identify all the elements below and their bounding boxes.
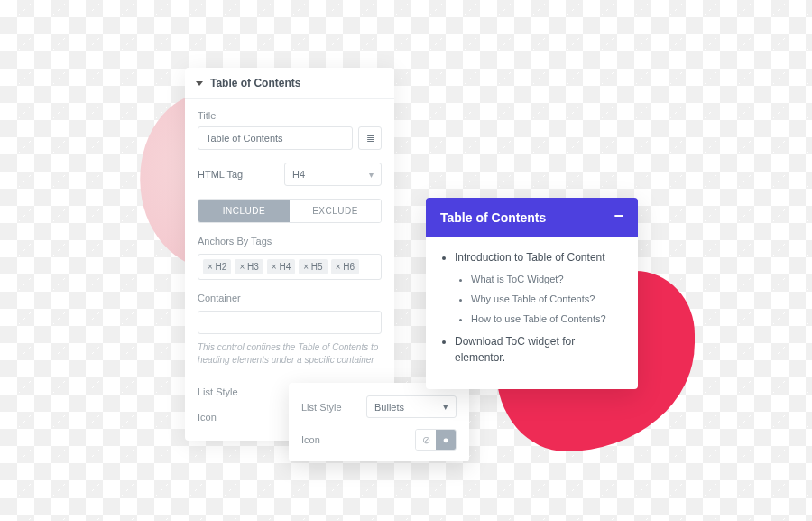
toc-item-sub3[interactable]: How to use Table of Contents? [471, 312, 622, 327]
toc-item-sub1[interactable]: What is ToC Widget? [471, 273, 622, 287]
chip-h4[interactable]: × H4 [267, 259, 295, 274]
container-hint: This control confines the Table of Conte… [198, 341, 382, 367]
include-exclude-tabs: INCLUDE EXCLUDE [198, 199, 382, 223]
chip-h2[interactable]: × H2 [203, 259, 231, 274]
popover-icon-toggle: ⊘ ● [415, 429, 457, 451]
preview-header[interactable]: Table of Contents − [426, 198, 638, 237]
panel-header[interactable]: Table of Contents [185, 68, 394, 99]
toc-item-sub2[interactable]: Why use Table of Contents? [471, 293, 622, 307]
html-tag-select[interactable]: H4 ▾ [284, 163, 382, 186]
icon-bullet-button[interactable]: ● [436, 430, 456, 450]
popover-list-style-select[interactable]: Bullets ▾ [366, 395, 457, 418]
title-label: Title [198, 110, 382, 121]
toc-preview-widget: Table of Contents − Introduction to Tabl… [426, 198, 638, 389]
anchors-chip-input[interactable]: × H2 × H3 × H4 × H5 × H6 [198, 254, 382, 280]
list-style-popover: List Style Bullets ▾ Icon ⊘ ● [289, 383, 469, 461]
preview-title: Table of Contents [440, 210, 546, 225]
dynamic-tags-button[interactable]: ≣ [358, 126, 382, 150]
caret-down-icon [196, 81, 203, 86]
anchors-label: Anchors By Tags [198, 236, 382, 247]
ban-icon: ⊘ [422, 434, 430, 446]
html-tag-value: H4 [292, 169, 305, 180]
chevron-down-icon: ▾ [369, 170, 374, 180]
chip-h6[interactable]: × H6 [331, 259, 359, 274]
tab-exclude[interactable]: EXCLUDE [290, 200, 381, 222]
container-input[interactable] [198, 311, 382, 334]
tab-include[interactable]: INCLUDE [198, 200, 290, 222]
html-tag-label: HTML Tag [198, 169, 243, 180]
chip-h5[interactable]: × H5 [299, 259, 327, 274]
chevron-down-icon: ▾ [443, 401, 448, 413]
popover-list-style-label: List Style [301, 402, 342, 413]
icon-none-button[interactable]: ⊘ [416, 430, 436, 450]
preview-body: Introduction to Table of Content What is… [426, 237, 638, 389]
toc-item-download[interactable]: Download ToC widget for elementor. [455, 334, 622, 366]
stack-icon: ≣ [366, 133, 374, 144]
circle-icon: ● [443, 434, 449, 445]
panel-title: Table of Contents [210, 77, 300, 89]
toc-item-intro-text: Introduction to Table of Content [455, 251, 605, 264]
container-label: Container [198, 293, 382, 303]
popover-list-style-value: Bullets [374, 402, 404, 413]
toc-item-intro[interactable]: Introduction to Table of Content What is… [455, 250, 622, 327]
chip-h3[interactable]: × H3 [235, 259, 263, 274]
title-input[interactable]: Table of Contents [198, 126, 353, 150]
popover-icon-label: Icon [301, 434, 320, 445]
